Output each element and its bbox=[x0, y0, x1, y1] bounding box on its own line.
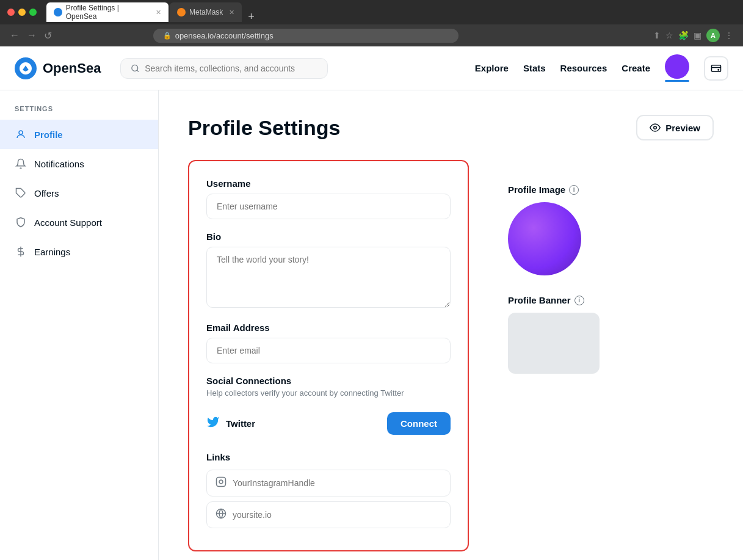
svg-line-1 bbox=[137, 70, 139, 71]
profile-image-label: Profile Image i bbox=[508, 184, 613, 195]
sidebar-item-profile[interactable]: Profile bbox=[0, 120, 158, 149]
sidebar-item-notifications[interactable]: Notifications bbox=[0, 149, 158, 178]
opensea-svg bbox=[20, 62, 32, 75]
logo-area[interactable]: OpenSea bbox=[15, 57, 101, 79]
main-content: Profile Settings Preview Username bbox=[159, 90, 743, 560]
reload-button[interactable]: ↺ bbox=[44, 30, 52, 42]
nav-resources[interactable]: Resources bbox=[560, 58, 607, 78]
browser-tabs: Profile Settings | OpenSea ✕ MetaMask ✕ … bbox=[46, 2, 736, 22]
profile-image-preview[interactable] bbox=[508, 202, 581, 275]
wallet-icon bbox=[711, 63, 722, 74]
instagram-row bbox=[206, 470, 451, 496]
bio-field: Bio bbox=[206, 231, 451, 310]
browser-profile-avatar[interactable]: A bbox=[706, 29, 720, 42]
profile-banner-label-text: Profile Banner bbox=[508, 295, 571, 305]
profile-banner-preview[interactable] bbox=[508, 313, 600, 374]
body-layout: SETTINGS Profile Notifications bbox=[0, 90, 743, 560]
svg-rect-9 bbox=[217, 478, 226, 487]
page-title: Profile Settings bbox=[188, 116, 340, 140]
sidebar-item-earnings[interactable]: Earnings bbox=[0, 237, 158, 266]
share-button[interactable]: ⬆ bbox=[653, 31, 661, 40]
bio-input[interactable] bbox=[206, 247, 451, 308]
profile-banner-info-icon[interactable]: i bbox=[574, 296, 584, 305]
nav-stats[interactable]: Stats bbox=[523, 58, 546, 78]
offers-icon bbox=[15, 187, 27, 199]
sidebar-item-offers[interactable]: Offers bbox=[0, 178, 158, 208]
page-header: Profile Settings Preview bbox=[188, 115, 714, 140]
traffic-lights bbox=[7, 9, 37, 16]
email-label: Email Address bbox=[206, 322, 451, 333]
twitter-connect-button[interactable]: Connect bbox=[387, 412, 451, 435]
profile-image-label-text: Profile Image bbox=[508, 184, 565, 195]
twitter-icon bbox=[206, 415, 220, 432]
sidebar-item-account-support[interactable]: Account Support bbox=[0, 208, 158, 237]
search-icon bbox=[131, 64, 140, 73]
email-input[interactable] bbox=[206, 338, 451, 363]
username-label: Username bbox=[206, 178, 451, 189]
avatar-container bbox=[665, 54, 689, 82]
sidebar: SETTINGS Profile Notifications bbox=[0, 90, 159, 560]
forward-button[interactable]: → bbox=[27, 30, 37, 41]
wallet-button[interactable] bbox=[704, 56, 728, 81]
nav-create[interactable]: Create bbox=[622, 58, 650, 78]
sidebar-account-support-label: Account Support bbox=[34, 217, 102, 228]
new-tab-button[interactable]: + bbox=[243, 11, 259, 22]
tab-close-metamask[interactable]: ✕ bbox=[229, 9, 234, 16]
svg-rect-2 bbox=[712, 65, 721, 71]
eye-icon bbox=[650, 122, 661, 133]
notifications-icon bbox=[15, 158, 27, 170]
address-text: opensea.io/account/settings bbox=[175, 31, 274, 40]
sidebar-offers-label: Offers bbox=[34, 188, 59, 198]
address-bar[interactable]: 🔒 opensea.io/account/settings bbox=[153, 29, 458, 43]
settings-label: SETTINGS bbox=[0, 105, 158, 112]
bookmark-button[interactable]: ☆ bbox=[665, 31, 673, 40]
right-panel: Profile Image i Profile Banner i bbox=[493, 160, 628, 551]
browser-actions: ⬆ ☆ 🧩 ▣ A ⋮ bbox=[653, 29, 733, 42]
twitter-info: Twitter bbox=[206, 415, 255, 432]
username-field: Username bbox=[206, 178, 451, 219]
user-avatar[interactable] bbox=[665, 54, 689, 79]
sidebar-notifications-label: Notifications bbox=[34, 159, 84, 169]
traffic-light-yellow[interactable] bbox=[18, 9, 26, 16]
twitter-label: Twitter bbox=[226, 418, 255, 429]
traffic-light-red[interactable] bbox=[7, 9, 15, 16]
instagram-input[interactable] bbox=[233, 478, 441, 488]
sidebar-profile-label: Profile bbox=[34, 129, 63, 140]
website-row bbox=[206, 501, 451, 528]
top-nav: OpenSea Explore Stats Resources Create bbox=[0, 46, 743, 90]
tab-metamask[interactable]: MetaMask ✕ bbox=[170, 2, 242, 22]
svg-point-0 bbox=[132, 65, 138, 71]
nav-explore[interactable]: Explore bbox=[475, 58, 509, 78]
account-support-icon bbox=[15, 216, 27, 228]
svg-point-4 bbox=[718, 69, 719, 70]
app-container: OpenSea Explore Stats Resources Create bbox=[0, 46, 743, 560]
tab-opensea-label: Profile Settings | OpenSea bbox=[66, 4, 150, 21]
menu-button[interactable]: ⋮ bbox=[725, 31, 733, 40]
earnings-icon bbox=[15, 245, 27, 258]
preview-button[interactable]: Preview bbox=[636, 115, 714, 140]
search-bar[interactable] bbox=[120, 58, 328, 79]
links-title: Links bbox=[206, 452, 451, 462]
opensea-favicon bbox=[54, 8, 62, 16]
profile-image-info-icon[interactable]: i bbox=[569, 185, 579, 195]
username-input[interactable] bbox=[206, 194, 451, 219]
tab-opensea[interactable]: Profile Settings | OpenSea ✕ bbox=[46, 2, 169, 22]
website-input[interactable] bbox=[233, 510, 441, 520]
extensions-button[interactable]: 🧩 bbox=[678, 31, 689, 40]
sidebar-earnings-label: Earnings bbox=[34, 247, 70, 257]
sidebar-toggle[interactable]: ▣ bbox=[694, 31, 701, 40]
profile-icon bbox=[15, 128, 27, 140]
opensea-logo-icon bbox=[15, 57, 37, 79]
back-button[interactable]: ← bbox=[10, 30, 20, 41]
content-row: Username Bio Email Address bbox=[188, 160, 714, 551]
profile-banner-section: Profile Banner i bbox=[508, 295, 613, 374]
traffic-light-green[interactable] bbox=[29, 9, 37, 16]
profile-image-section: Profile Image i bbox=[508, 184, 613, 275]
social-connections-section: Social Connections Help collectors verif… bbox=[206, 376, 451, 440]
tab-metamask-label: MetaMask bbox=[189, 8, 223, 16]
browser-chrome: Profile Settings | OpenSea ✕ MetaMask ✕ … bbox=[0, 0, 743, 24]
lock-icon: 🔒 bbox=[163, 32, 172, 40]
preview-button-label: Preview bbox=[665, 123, 700, 133]
search-input[interactable] bbox=[145, 64, 317, 73]
tab-close-opensea[interactable]: ✕ bbox=[156, 9, 161, 16]
